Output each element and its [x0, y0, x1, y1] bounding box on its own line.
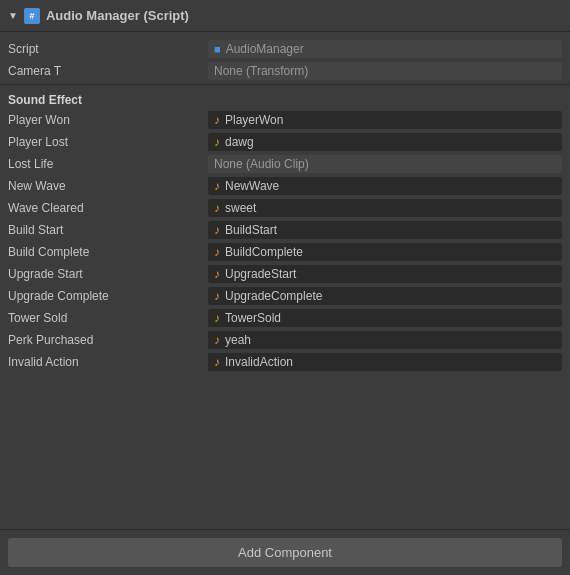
music-note-icon: ♪ [214, 245, 220, 259]
player-won-value-text: PlayerWon [225, 113, 283, 127]
lost-life-label: Lost Life [8, 157, 208, 171]
wave-cleared-label: Wave Cleared [8, 201, 208, 215]
component-content: Script ■ AudioManager Camera T None (Tra… [0, 32, 570, 529]
build-start-row: Build Start ♪ BuildStart [0, 219, 570, 241]
music-note-icon: ♪ [214, 355, 220, 369]
collapse-arrow[interactable]: ▼ [8, 10, 18, 21]
music-note-icon: ♪ [214, 179, 220, 193]
perk-purchased-value-text: yeah [225, 333, 251, 347]
perk-purchased-label: Perk Purchased [8, 333, 208, 347]
music-note-icon: ♪ [214, 135, 220, 149]
player-won-value[interactable]: ♪ PlayerWon [208, 111, 562, 129]
tower-sold-value-text: TowerSold [225, 311, 281, 325]
music-note-icon: ♪ [214, 333, 220, 347]
lost-life-value[interactable]: None (Audio Clip) [208, 155, 562, 173]
player-lost-value[interactable]: ♪ dawg [208, 133, 562, 151]
upgrade-complete-value[interactable]: ♪ UpgradeComplete [208, 287, 562, 305]
wave-cleared-value[interactable]: ♪ sweet [208, 199, 562, 217]
divider-1 [0, 84, 570, 85]
invalid-action-label: Invalid Action [8, 355, 208, 369]
wave-cleared-value-text: sweet [225, 201, 256, 215]
new-wave-value-text: NewWave [225, 179, 279, 193]
tower-sold-value[interactable]: ♪ TowerSold [208, 309, 562, 327]
build-complete-value-text: BuildComplete [225, 245, 303, 259]
wave-cleared-row: Wave Cleared ♪ sweet [0, 197, 570, 219]
component-header: ▼ # Audio Manager (Script) [0, 0, 570, 32]
component-title: Audio Manager (Script) [46, 8, 189, 23]
upgrade-complete-row: Upgrade Complete ♪ UpgradeComplete [0, 285, 570, 307]
add-component-button[interactable]: Add Component [8, 538, 562, 567]
upgrade-start-value-text: UpgradeStart [225, 267, 296, 281]
script-value[interactable]: ■ AudioManager [208, 40, 562, 58]
invalid-action-value[interactable]: ♪ InvalidAction [208, 353, 562, 371]
script-icon-hash: ■ [214, 43, 221, 55]
build-start-value-text: BuildStart [225, 223, 277, 237]
build-start-value[interactable]: ♪ BuildStart [208, 221, 562, 239]
camera-t-value[interactable]: None (Transform) [208, 62, 562, 80]
sound-effect-section: Sound Effect [0, 87, 570, 109]
camera-t-row: Camera T None (Transform) [0, 60, 570, 82]
music-note-icon: ♪ [214, 267, 220, 281]
build-start-label: Build Start [8, 223, 208, 237]
music-note-icon: ♪ [214, 311, 220, 325]
upgrade-start-label: Upgrade Start [8, 267, 208, 281]
new-wave-row: New Wave ♪ NewWave [0, 175, 570, 197]
inspector-panel: ▼ # Audio Manager (Script) Script ■ Audi… [0, 0, 570, 575]
music-note-icon: ♪ [214, 113, 220, 127]
player-won-label: Player Won [8, 113, 208, 127]
component-footer: Add Component [0, 529, 570, 575]
camera-t-value-text: None (Transform) [214, 64, 308, 78]
build-complete-value[interactable]: ♪ BuildComplete [208, 243, 562, 261]
script-row: Script ■ AudioManager [0, 38, 570, 60]
tower-sold-row: Tower Sold ♪ TowerSold [0, 307, 570, 329]
player-lost-row: Player Lost ♪ dawg [0, 131, 570, 153]
invalid-action-row: Invalid Action ♪ InvalidAction [0, 351, 570, 373]
upgrade-complete-value-text: UpgradeComplete [225, 289, 322, 303]
player-lost-value-text: dawg [225, 135, 254, 149]
upgrade-start-row: Upgrade Start ♪ UpgradeStart [0, 263, 570, 285]
lost-life-value-text: None (Audio Clip) [214, 157, 309, 171]
upgrade-complete-label: Upgrade Complete [8, 289, 208, 303]
new-wave-label: New Wave [8, 179, 208, 193]
script-value-text: AudioManager [226, 42, 304, 56]
invalid-action-value-text: InvalidAction [225, 355, 293, 369]
music-note-icon: ♪ [214, 289, 220, 303]
script-icon: # [24, 8, 40, 24]
player-won-row: Player Won ♪ PlayerWon [0, 109, 570, 131]
perk-purchased-row: Perk Purchased ♪ yeah [0, 329, 570, 351]
script-label: Script [8, 42, 208, 56]
player-lost-label: Player Lost [8, 135, 208, 149]
build-complete-label: Build Complete [8, 245, 208, 259]
perk-purchased-value[interactable]: ♪ yeah [208, 331, 562, 349]
lost-life-row: Lost Life None (Audio Clip) [0, 153, 570, 175]
sound-effect-label: Sound Effect [8, 93, 208, 107]
music-note-icon: ♪ [214, 201, 220, 215]
camera-t-label: Camera T [8, 64, 208, 78]
music-note-icon: ♪ [214, 223, 220, 237]
upgrade-start-value[interactable]: ♪ UpgradeStart [208, 265, 562, 283]
new-wave-value[interactable]: ♪ NewWave [208, 177, 562, 195]
build-complete-row: Build Complete ♪ BuildComplete [0, 241, 570, 263]
tower-sold-label: Tower Sold [8, 311, 208, 325]
